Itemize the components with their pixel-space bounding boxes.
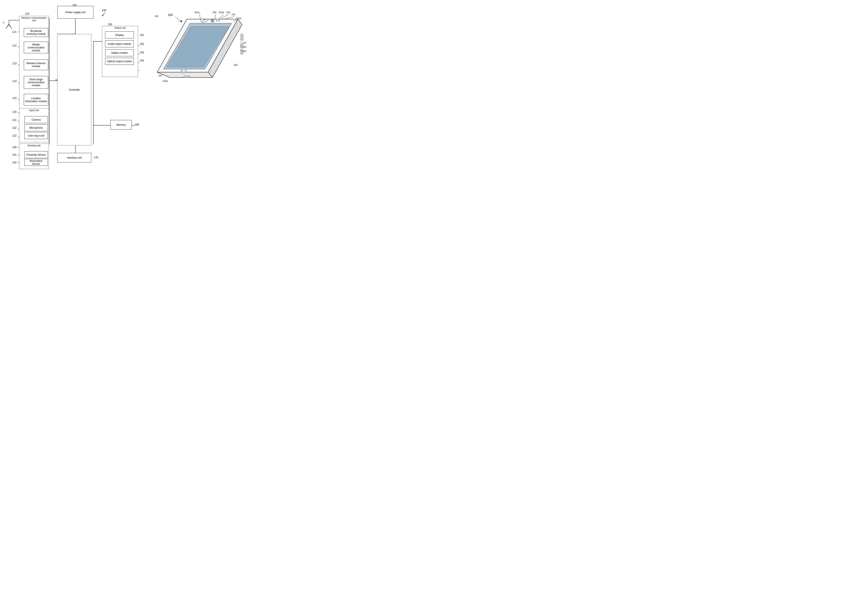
ref-142: 142 [12,161,17,164]
ref-122a: 122 [12,126,17,130]
svg-line-4 [9,24,10,26]
ref-153: 153 [140,51,144,54]
ref-100: 100 [102,9,106,12]
optical-output-box: Optical output module [105,58,134,65]
memory-box: Memory [111,120,132,130]
antenna-icon: ▽ [3,21,5,24]
svg-text:151a: 151a [194,11,200,14]
mobile-comm-box: Mobile communication module [24,42,48,53]
svg-text:103: 103 [243,50,247,53]
phone-illustration: 100 101 102 103 151a 154 152a 142 141 [144,6,251,95]
ref-121: 121 [12,119,17,122]
ref-110: 110 [25,12,29,15]
microphone-box: Microphone [24,124,48,131]
ref-112: 112 [12,44,17,47]
sensing-unit-label: Sensing unit [20,144,48,147]
controller-box: Controller [57,34,91,145]
ref-151: 151 [140,34,144,36]
broadcast-box: Broadcast receiving module [24,28,48,37]
ref-114: 114 [12,80,17,83]
svg-point-43 [219,20,220,22]
svg-text:160: 160 [234,64,237,66]
wireless-internet-box: Wireless Internet module [24,59,48,70]
svg-line-1 [6,24,9,29]
svg-text:123a: 123a [162,80,168,82]
svg-rect-44 [240,34,243,41]
diagram-container: ▽ 190 Power supply unit 110 Wireless com… [0,0,255,181]
svg-text:141: 141 [231,13,235,16]
svg-text:152a: 152a [219,11,224,14]
ref-115: 115 [12,97,17,100]
svg-rect-47 [184,76,190,78]
svg-text:142: 142 [226,11,230,14]
ref-150: 150 [108,23,112,26]
user-input-box: User input unit [24,132,48,139]
svg-point-48 [181,68,186,73]
svg-point-41 [212,20,213,22]
ref-113: 113 [12,62,17,65]
input-unit-label: Input unit [20,109,48,111]
illumination-box: Illumination Sensor [24,159,48,166]
svg-text:154: 154 [212,11,216,14]
ref-122b: 122 [12,134,17,137]
ref-140: 140 [12,146,17,149]
svg-marker-51 [180,20,182,22]
ref-160: 160 [135,123,139,126]
ref-120: 120 [12,111,17,113]
interface-box: Interface unit [57,153,91,162]
svg-line-61 [215,14,215,19]
phone-svg: 100 101 102 103 151a 154 152a 142 141 [144,6,247,91]
svg-line-55 [240,41,242,43]
ref-154: 154 [140,59,144,62]
output-unit-label: Output unit [103,27,137,29]
svg-text:151: 151 [155,15,158,17]
svg-line-50 [175,17,181,22]
camera-box: Camera [24,116,48,123]
svg-line-63 [219,14,223,19]
ref-141: 141 [12,153,17,156]
svg-line-2 [9,24,12,29]
svg-text:121a: 121a [236,17,242,20]
audio-output-box: Audio output module [105,41,134,47]
svg-text:102: 102 [243,46,247,48]
svg-point-42 [216,20,217,22]
ref-152: 152 [140,42,144,45]
svg-rect-46 [240,50,243,54]
svg-text:100: 100 [168,13,173,17]
svg-rect-45 [240,44,243,48]
ref-170: 170 [94,156,98,159]
proximity-box: Proximity Sensor [24,151,48,158]
display-box: Display [105,31,134,38]
svg-line-3 [8,24,9,26]
power-supply-box: Power supply unit [57,6,94,19]
wireless-comm-label: Wireless communication unit [20,17,48,22]
arrow-100 [101,12,107,17]
short-range-box: Short-range communication module [24,76,48,89]
haptic-box: Haptic module [105,49,134,56]
svg-line-65 [221,14,229,19]
svg-line-67 [224,17,234,19]
svg-text:122: 122 [158,74,162,77]
location-box: Location Information module [24,94,48,106]
svg-text:101: 101 [243,41,247,44]
ref-111: 111 [12,30,17,33]
svg-marker-33 [102,15,103,16]
